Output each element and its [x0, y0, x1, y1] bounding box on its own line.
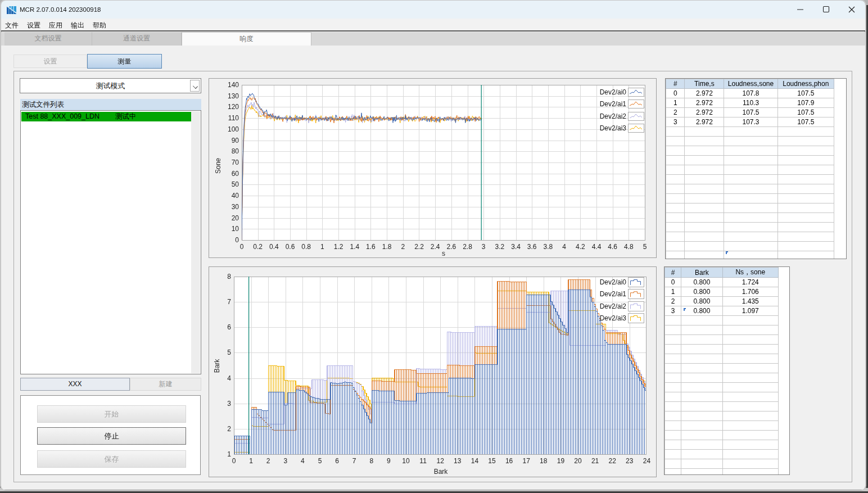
- svg-text:7: 7: [352, 457, 356, 465]
- svg-text:130: 130: [228, 92, 239, 100]
- svg-text:4.6: 4.6: [608, 243, 617, 251]
- svg-text:4.4: 4.4: [592, 243, 602, 251]
- svg-text:2: 2: [401, 243, 405, 251]
- svg-text:Dev2/ai3: Dev2/ai3: [600, 314, 627, 322]
- svg-text:3: 3: [482, 243, 486, 251]
- svg-text:3: 3: [227, 400, 231, 408]
- svg-text:16: 16: [505, 457, 513, 465]
- svg-text:Dev2/ai3: Dev2/ai3: [600, 124, 627, 132]
- svg-text:50: 50: [232, 180, 239, 188]
- svg-text:4: 4: [227, 374, 231, 382]
- svg-text:6: 6: [227, 323, 231, 331]
- svg-text:1: 1: [227, 450, 231, 458]
- svg-text:19: 19: [557, 457, 565, 465]
- svg-text:70: 70: [232, 159, 239, 166]
- svg-text:15: 15: [488, 457, 496, 465]
- svg-text:Dev2/ai0: Dev2/ai0: [600, 278, 627, 286]
- svg-text:30: 30: [232, 203, 239, 211]
- svg-text:Sone: Sone: [214, 158, 222, 174]
- svg-text:9: 9: [387, 457, 391, 465]
- svg-text:Dev2/ai2: Dev2/ai2: [600, 112, 627, 120]
- svg-text:8: 8: [227, 273, 231, 281]
- svg-text:3.8: 3.8: [544, 243, 553, 251]
- svg-text:Dev2/ai0: Dev2/ai0: [600, 88, 627, 96]
- svg-text:110: 110: [228, 114, 239, 122]
- svg-text:3.2: 3.2: [495, 243, 505, 251]
- svg-text:Dev2/ai1: Dev2/ai1: [600, 290, 627, 298]
- svg-text:11: 11: [419, 457, 427, 465]
- svg-text:3.4: 3.4: [511, 243, 521, 251]
- svg-text:13: 13: [454, 457, 462, 465]
- svg-text:4.2: 4.2: [576, 243, 585, 251]
- svg-text:10: 10: [232, 225, 239, 233]
- svg-text:0.8: 0.8: [301, 243, 311, 251]
- svg-text:Bark: Bark: [434, 468, 449, 476]
- svg-text:10: 10: [402, 457, 410, 465]
- svg-text:7: 7: [227, 298, 231, 306]
- svg-text:3: 3: [283, 457, 287, 465]
- svg-text:0: 0: [232, 457, 236, 465]
- svg-text:90: 90: [232, 137, 239, 144]
- svg-text:Bark: Bark: [213, 359, 221, 373]
- svg-text:2.4: 2.4: [431, 243, 440, 251]
- svg-text:12: 12: [437, 457, 445, 465]
- svg-text:5: 5: [318, 457, 322, 465]
- svg-text:120: 120: [228, 103, 239, 111]
- svg-text:4.8: 4.8: [624, 243, 634, 251]
- svg-text:100: 100: [228, 125, 239, 133]
- svg-text:3.6: 3.6: [527, 243, 537, 251]
- svg-text:5: 5: [227, 349, 231, 356]
- svg-text:2.6: 2.6: [446, 243, 456, 251]
- svg-text:20: 20: [232, 214, 239, 222]
- svg-text:60: 60: [232, 170, 239, 178]
- svg-text:0.4: 0.4: [269, 243, 279, 251]
- svg-text:Dev2/ai2: Dev2/ai2: [600, 302, 627, 310]
- svg-text:17: 17: [523, 457, 531, 465]
- svg-text:4: 4: [562, 243, 566, 251]
- svg-text:20: 20: [574, 457, 582, 465]
- svg-text:8: 8: [369, 457, 373, 465]
- svg-text:5: 5: [643, 243, 647, 251]
- svg-text:2: 2: [266, 457, 270, 465]
- svg-text:40: 40: [232, 192, 239, 200]
- svg-text:2.2: 2.2: [414, 243, 424, 251]
- svg-text:1: 1: [320, 243, 324, 251]
- svg-text:18: 18: [540, 457, 548, 465]
- svg-text:2: 2: [227, 425, 231, 433]
- svg-text:24: 24: [643, 457, 651, 465]
- svg-text:1.6: 1.6: [366, 243, 376, 251]
- svg-text:Dev2/ai1: Dev2/ai1: [600, 100, 627, 108]
- svg-text:22: 22: [609, 457, 617, 465]
- svg-text:23: 23: [626, 457, 634, 465]
- svg-text:1.4: 1.4: [350, 243, 359, 251]
- svg-text:1.8: 1.8: [382, 243, 392, 251]
- svg-text:14: 14: [471, 457, 479, 465]
- svg-text:2.8: 2.8: [463, 243, 472, 251]
- svg-text:21: 21: [591, 457, 599, 465]
- svg-text:0: 0: [240, 243, 244, 251]
- svg-text:6: 6: [335, 457, 339, 465]
- svg-text:1.2: 1.2: [334, 243, 343, 251]
- svg-text:0.2: 0.2: [253, 243, 263, 251]
- svg-text:140: 140: [228, 81, 239, 89]
- svg-text:4: 4: [301, 457, 305, 465]
- svg-text:1: 1: [249, 457, 253, 465]
- svg-text:0: 0: [235, 236, 239, 244]
- svg-text:s: s: [442, 250, 445, 257]
- svg-text:80: 80: [232, 147, 239, 155]
- svg-text:0.6: 0.6: [286, 243, 295, 251]
